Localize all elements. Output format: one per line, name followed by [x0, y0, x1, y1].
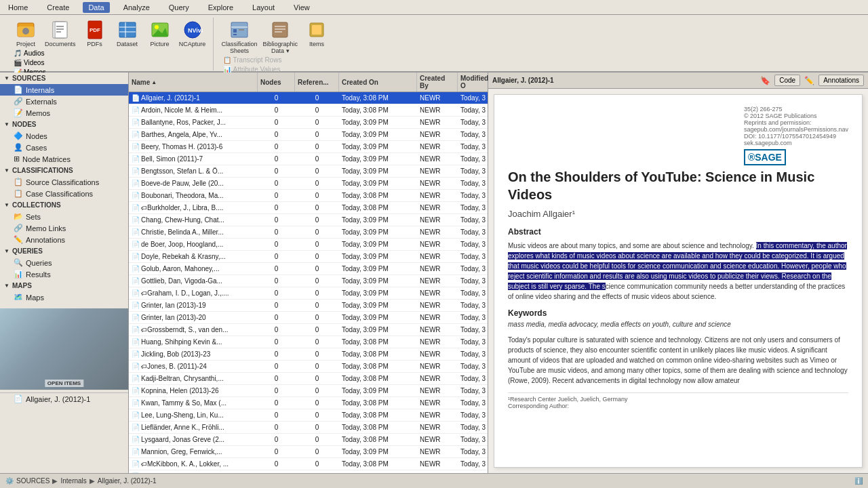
- menu-view[interactable]: View: [288, 2, 315, 13]
- svg-rect-10: [119, 22, 136, 37]
- menu-explore[interactable]: Explore: [203, 2, 239, 13]
- file-row[interactable]: 📄 Grinter, Ian (2013)-19 0 0 Today, 3:09…: [129, 300, 488, 312]
- toolbar-documents-btn[interactable]: Documents: [43, 18, 77, 49]
- file-row[interactable]: 📄 🏷 Burkholder, J., Libra, B.... 0 0 Tod…: [129, 202, 488, 214]
- menu-home[interactable]: Home: [3, 2, 33, 13]
- file-refs-cell: 0: [295, 179, 339, 188]
- toolbar-picture-btn[interactable]: Picture: [145, 18, 175, 49]
- file-row[interactable]: 📄 Lee, Lung-Sheng, Lin, Ku... 0 0 Today,…: [129, 409, 488, 422]
- sidebar-item-sets[interactable]: 📂 Sets: [0, 211, 128, 222]
- file-created-cell: Today, 3:08 PM: [339, 94, 417, 102]
- file-modified-cell: Today, 3: [458, 228, 488, 237]
- toolbar-pdfs-btn[interactable]: PDF PDFs: [80, 18, 110, 49]
- classification-sheets-label: ClassificationSheets: [222, 41, 258, 54]
- sidebar-item-queries[interactable]: 🔍 Queries: [0, 257, 128, 268]
- file-row[interactable]: 📄 Bengtsson, Stefan L. & Ö... 0 0 Today,…: [129, 165, 488, 178]
- toolbar-classification-sheets-btn[interactable]: ClassificationSheets: [220, 18, 259, 56]
- sidebar-section-queries[interactable]: ▼ QUERIES: [0, 245, 128, 257]
- file-row[interactable]: 📄 🏷 McKibbon, K. A., Lokker, ... 0 0 Tod…: [129, 458, 488, 470]
- sidebar-item-externals[interactable]: 🔗 Externals: [0, 96, 128, 107]
- file-refs-cell: 0: [295, 447, 339, 456]
- preview-content[interactable]: 35(2) 266-275 © 2012 SAGE Publications R…: [494, 94, 863, 468]
- sidebar-bottom-item[interactable]: 📄 Allgaier, J. (2012)-1: [0, 392, 128, 405]
- file-nodes-cell: 0: [258, 374, 295, 383]
- sidebar-item-memos[interactable]: 📝 Memos: [0, 107, 128, 119]
- file-row[interactable]: 📄 Boubonari, Theodora, Ma... 0 0 Today, …: [129, 190, 488, 202]
- sidebar-item-internals[interactable]: 📄 Internals: [0, 84, 128, 96]
- file-row[interactable]: 📄 🏷 Graham, I. D., Logan, J.,.... 0 0 To…: [129, 287, 488, 300]
- file-row[interactable]: 📄 Grinter, Ian (2013)-20 0 0 Today, 3:09…: [129, 312, 488, 324]
- sidebar-section-nodes[interactable]: ▼ NODES: [0, 119, 128, 130]
- file-list-header: Name ▲ Nodes Referen... Created On Creat…: [129, 73, 488, 92]
- annotations-label: Annotations: [26, 236, 65, 244]
- file-row[interactable]: 📄 Liefländer, Anne K., Fröhli... 0 0 Tod…: [129, 422, 488, 434]
- file-row[interactable]: 📄 Huang, Shihping Kevin &... 0 0 Today, …: [129, 336, 488, 348]
- file-row[interactable]: 📄 Ardoin, Nicole M. & Heim... 0 0 Today,…: [129, 104, 488, 117]
- toolbar-dataset-btn[interactable]: Dataset: [113, 18, 142, 49]
- sidebar-item-case-classifications[interactable]: 📋 Case Classifications: [0, 188, 128, 199]
- menu-query[interactable]: Query: [163, 2, 195, 13]
- toolbar-videos-btn[interactable]: 🎬 Videos: [11, 58, 47, 67]
- file-name-text: Bengtsson, Stefan L. & Ö...: [141, 167, 223, 175]
- file-row[interactable]: 📄 Kadji-Beltran, Chrysanthi,... 0 0 Toda…: [129, 373, 488, 385]
- file-row[interactable]: 📄 Christie, Belinda A., Miller... 0 0 To…: [129, 226, 488, 239]
- bibliographic-label: BibliographicData ▾: [263, 41, 298, 54]
- file-row[interactable]: 📄 de Boer, Joop, Hoogland,... 0 0 Today,…: [129, 239, 488, 251]
- sidebar-item-annotations[interactable]: ✏️ Annotations: [0, 234, 128, 245]
- file-created-cell: Today, 3:09 PM: [339, 301, 417, 310]
- file-row[interactable]: 📄 Ballantyne, Ros, Packer, J... 0 0 Toda…: [129, 117, 488, 129]
- sidebar-item-maps[interactable]: 🗺️ Maps: [0, 291, 128, 303]
- collections-label: COLLECTIONS: [12, 201, 61, 209]
- sidebar-section-maps[interactable]: ▼ MAPS: [0, 280, 128, 291]
- sidebar-item-cases[interactable]: 👤 Cases: [0, 142, 128, 153]
- col-header-refs[interactable]: Referen...: [295, 73, 339, 92]
- toolbar-transcript-rows-btn[interactable]: 📋 Transcript Rows: [220, 56, 285, 64]
- file-row[interactable]: 📄 Mannion, Greg, Fenwick,... 0 0 Today, …: [129, 446, 488, 458]
- file-row[interactable]: 📄 Doyle, Rebekah & Krasny,... 0 0 Today,…: [129, 251, 488, 263]
- file-row[interactable]: 📄 🏷 Grossberndt, S., van den... 0 0 Toda…: [129, 324, 488, 336]
- menu-data[interactable]: Data: [83, 2, 109, 13]
- file-row[interactable]: 📄 Allgaier, J. (2012)-1 0 0 Today, 3:08 …: [129, 92, 488, 104]
- file-row[interactable]: 📄 McNamara, Karen Elizabe... 0 0 Today, …: [129, 470, 488, 473]
- menu-layout[interactable]: Layout: [247, 2, 280, 13]
- sidebar-item-nodes[interactable]: 🔷 Nodes: [0, 130, 128, 142]
- file-name-cell: 📄 Jickling, Bob (2013)-23: [129, 350, 258, 359]
- sidebar-item-source-classifications[interactable]: 📋 Source Classifications: [0, 176, 128, 188]
- file-row[interactable]: 📄 Beery, Thomas H. (2013)-6 0 0 Today, 3…: [129, 141, 488, 153]
- file-row[interactable]: 📄 Jickling, Bob (2013)-23 0 0 Today, 3:0…: [129, 348, 488, 361]
- file-row[interactable]: 📄 Golub, Aaron, Mahoney,... 0 0 Today, 3…: [129, 263, 488, 275]
- file-row[interactable]: 📄 Boeve-de Pauw, Jelle (20... 0 0 Today,…: [129, 178, 488, 190]
- classification-sheets-icon: [229, 19, 250, 41]
- sidebar-item-memo-links[interactable]: 🔗 Memo Links: [0, 222, 128, 234]
- sidebar-item-node-matrices[interactable]: ⊞ Node Matrices: [0, 153, 128, 165]
- code-button[interactable]: Code: [774, 75, 800, 86]
- file-row[interactable]: 📄 Barthes, Angela, Alpe, Yv... 0 0 Today…: [129, 129, 488, 141]
- file-row[interactable]: 📄 Lysgaard, Jonas Greve (2... 0 0 Today,…: [129, 434, 488, 446]
- doc-abstract-text: Music videos are about many topics, and …: [508, 241, 848, 302]
- sidebar-section-classifications[interactable]: ▼ CLASSIFICATIONS: [0, 165, 128, 176]
- menu-analyze[interactable]: Analyze: [118, 2, 155, 13]
- picture-icon: [149, 19, 171, 41]
- createdby-col-label: Created By: [420, 75, 454, 89]
- file-row[interactable]: 📄 Chang, Chew-Hung, Chat... 0 0 Today, 3…: [129, 214, 488, 226]
- sidebar-section-sources[interactable]: ▼ SOURCES: [0, 73, 128, 84]
- file-row[interactable]: 📄 Bell, Simon (2011)-7 0 0 Today, 3:09 P…: [129, 153, 488, 165]
- col-header-createdby[interactable]: Created By: [417, 73, 458, 92]
- sidebar-item-results[interactable]: 📊 Results: [0, 268, 128, 280]
- annotations-button[interactable]: Annotations: [818, 75, 864, 86]
- toolbar-ncapture-btn[interactable]: NVivo NCApture: [178, 18, 208, 49]
- toolbar-bibliographic-btn[interactable]: BibliographicData ▾: [262, 18, 300, 56]
- col-header-created[interactable]: Created On: [339, 73, 417, 92]
- toolbar-project-btn[interactable]: Project: [11, 18, 41, 49]
- toolbar-items-btn[interactable]: Items: [302, 18, 332, 56]
- sidebar-section-collections[interactable]: ▼ COLLECTIONS: [0, 199, 128, 211]
- file-row[interactable]: 📄 Kopnina, Helen (2013)-26 0 0 Today, 3:…: [129, 385, 488, 397]
- file-row[interactable]: 📄 Gottlieb, Dan, Vigoda-Ga... 0 0 Today,…: [129, 275, 488, 287]
- col-header-nodes[interactable]: Nodes: [258, 73, 295, 92]
- file-row[interactable]: 📄 Kwan, Tammy & So, Max (... 0 0 Today, …: [129, 397, 488, 409]
- toolbar-audios-btn[interactable]: 🎵 Audios: [11, 49, 47, 58]
- file-row[interactable]: 📄 🏷 Jones, B. (2011)-24 0 0 Today, 3:08 …: [129, 361, 488, 373]
- file-refs-cell: 0: [295, 411, 339, 420]
- menu-create[interactable]: Create: [41, 2, 75, 13]
- col-header-name[interactable]: Name ▲: [129, 73, 258, 92]
